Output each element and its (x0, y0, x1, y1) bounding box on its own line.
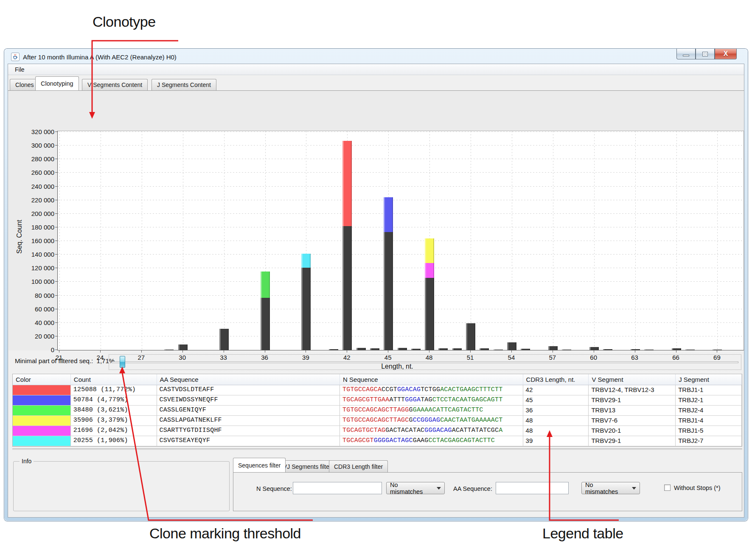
bar-length-49 (438, 348, 448, 350)
tab-j-segments-content[interactable]: J Segments Content (152, 79, 216, 90)
column-header-count[interactable]: Count (71, 374, 157, 385)
maximize-button[interactable] (696, 49, 715, 59)
v-gridline (594, 131, 595, 350)
h-gridline (58, 145, 744, 146)
table-row[interactable]: 125088 (11,772%)CASTVDSLDTEAFFTGTGCCAGCA… (13, 385, 742, 395)
x-tick-mark (388, 350, 388, 353)
annotation-clonotype: Clonotype (93, 14, 156, 30)
n-segment-r: TGTGCCAGCAGCTTAGC (342, 417, 409, 424)
h-gridline (58, 322, 744, 323)
y-tick-mark (55, 186, 57, 187)
h-gridline (58, 295, 744, 296)
bar-segment-dark (370, 348, 379, 350)
bar-segment-dark (425, 278, 434, 350)
window-bottom-border (8, 518, 744, 520)
table-row[interactable]: 38480 (3,621%)CASSLGENIQYFTGTGCCAGCAGCTT… (13, 406, 742, 416)
column-header-cdr3-length-nt-[interactable]: CDR3 Length, nt. (523, 374, 589, 385)
close-button[interactable]: X (715, 49, 737, 59)
tab-v-segments-content[interactable]: V Segments Content (82, 79, 148, 90)
bar-segment-dark (329, 349, 338, 350)
threshold-slider[interactable] (109, 354, 741, 370)
filter-tab-sequences-filter[interactable]: Sequences filter (233, 458, 286, 472)
aa-mismatch-select[interactable]: No mismatches (581, 482, 640, 494)
info-panel-title: Info (20, 458, 34, 465)
tab-clonotyping[interactable]: Clonotyping (35, 76, 79, 90)
bar-length-67 (685, 350, 695, 350)
bar-segment-dark (685, 350, 695, 350)
h-gridline (58, 227, 744, 227)
n-segment-b: GGGA (405, 396, 421, 403)
y-tick-label: 0 (12, 346, 54, 353)
y-tick-mark (55, 268, 57, 268)
filter-tab-vj-segments-filter[interactable]: VJ Segments filter (278, 460, 337, 472)
cell-count: 125088 (11,772%) (71, 385, 157, 395)
column-header-color[interactable]: Color (13, 374, 71, 385)
cell-j-segment: TRBJ1-4 (676, 416, 742, 426)
cell-n-sequence: TGCAGCGTTGAAATTTGGGATAGCTCCTACAATGAGCAGT… (340, 395, 523, 405)
without-stops-checkbox[interactable] (664, 484, 671, 491)
n-sequence-input[interactable] (293, 482, 382, 494)
cell-aa-sequence: CASSLAPGATNEKLFF (157, 416, 340, 426)
x-tick-mark (347, 350, 347, 353)
table-row[interactable]: 35906 (3,379%)CASSLAPGATNEKLFFTGTGCCAGCA… (13, 416, 742, 426)
cell-count: 20255 (1,906%) (71, 436, 157, 446)
n-segment-r: TGCAGTGCTAG (342, 427, 385, 434)
cell-v-segment: TRBV12-4, TRBV12-3 (589, 385, 676, 395)
bar-segment-red (342, 141, 352, 226)
v-gridline (183, 131, 183, 350)
bar-segment-dark (466, 323, 475, 350)
bar-segment-dark (548, 346, 558, 350)
cell-v-segment: TRBV20-1 (589, 426, 676, 436)
column-header-n-sequence[interactable]: N Sequence (340, 374, 523, 385)
n-segment-b: CCGGGAG (413, 417, 440, 424)
split-divider[interactable] (12, 448, 742, 449)
cell-j-segment: TRBJ1-1 (676, 385, 742, 395)
bar-segment-dark (603, 349, 612, 350)
bar-segment-yellow (425, 238, 434, 263)
y-tick-mark (55, 322, 57, 323)
bar-segment-dark (562, 350, 571, 350)
cell-v-segment: TRBV13 (589, 406, 676, 415)
column-header-aa-sequence[interactable]: AA Sequence (157, 374, 340, 385)
filter-tab-bar: Sequences filterVJ Segments filterCDR3 L… (233, 457, 742, 472)
x-tick-mark (429, 350, 429, 353)
filter-tab-cdr3-length-filter[interactable]: CDR3 Length filter (329, 460, 388, 472)
n-segment-k: CCGT (382, 386, 397, 393)
annotation-clone-marking-threshold: Clone marking threshold (149, 525, 301, 542)
table-row[interactable]: 50784 (4,779%)CSVEIWDSSYNEQFFTGCAGCGTTGA… (13, 395, 742, 406)
cell-aa-sequence: CSARTTYGTDIISQHF (157, 426, 340, 436)
h-gridline (58, 213, 744, 214)
titlebar[interactable]: After 10 month Illumina A (With AEC2 (Re… (8, 50, 744, 63)
bar-segment-dark (589, 347, 599, 350)
table-row[interactable]: 21696 (2,042%)CSARTTYGTDIISQHFTGCAGTGCTA… (13, 426, 742, 436)
table-row[interactable]: 20255 (1,906%)CSVGTSEAYEQYFTGCAGCGTGGGGA… (13, 436, 742, 446)
n-segment-b: GGACAG (397, 386, 421, 393)
h-gridline (58, 132, 744, 132)
threshold-slider-label: Minimal part of filtered seq.: 1,71% (15, 357, 115, 364)
h-gridline (58, 200, 744, 200)
y-tick-label: 140 000 (12, 251, 54, 258)
n-segment-r: TGTGCCAGCAGCTTAGG (342, 406, 409, 414)
v-gridline (676, 131, 677, 350)
y-tick-label: 260 000 (12, 169, 54, 176)
v-gridline (717, 131, 718, 350)
bar-length-57 (547, 346, 558, 350)
v-gridline (635, 131, 636, 350)
column-header-j-segment[interactable]: J Segment (676, 374, 742, 385)
slider-thumb[interactable] (120, 356, 125, 368)
bar-length-53 (493, 350, 503, 350)
n-mismatch-select[interactable]: No mismatches (386, 482, 445, 494)
legend-table: ColorCountAA SequenceN SequenceCDR3 Leng… (12, 374, 742, 447)
n-segment-g: CTCCTACAATGAGCAGTT (432, 396, 503, 403)
y-tick-mark (55, 336, 57, 336)
menu-file[interactable]: File (11, 65, 29, 74)
minimize-button[interactable] (676, 49, 696, 59)
column-header-v-segment[interactable]: V Segment (589, 374, 676, 385)
cell-count: 21696 (2,042%) (71, 426, 157, 436)
cell-cdr3-length: 48 (523, 416, 589, 426)
h-gridline (58, 309, 744, 309)
aa-sequence-input[interactable] (496, 482, 569, 494)
y-tick-mark (55, 227, 57, 227)
x-tick-mark (306, 350, 306, 353)
x-tick-mark (717, 350, 717, 353)
